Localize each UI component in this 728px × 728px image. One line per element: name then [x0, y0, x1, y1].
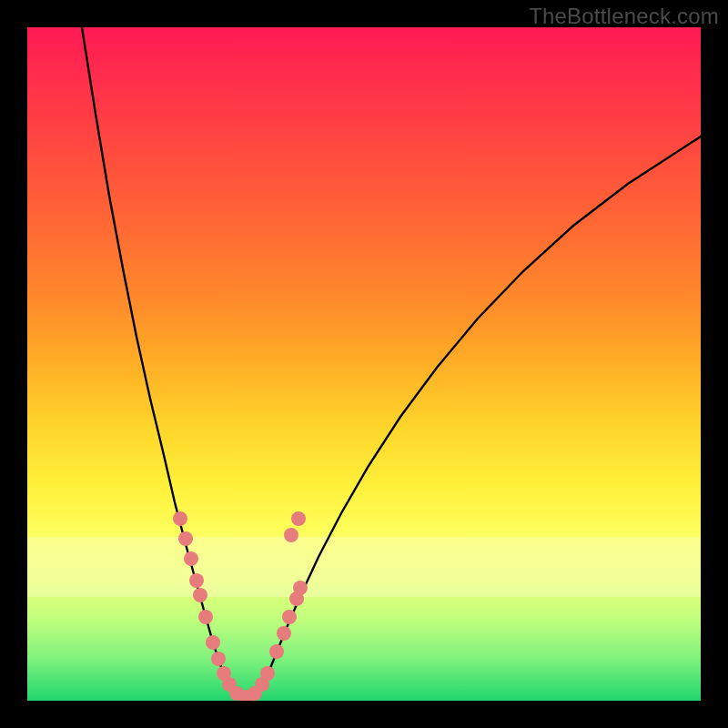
- highlight-dot: [260, 666, 275, 681]
- plot-area: [27, 27, 701, 701]
- highlight-dot: [291, 511, 306, 526]
- highlight-dot: [282, 610, 297, 624]
- highlight-dot: [206, 635, 220, 650]
- highlight-dot: [173, 511, 187, 526]
- highlight-dot: [293, 581, 308, 595]
- watermark-text: TheBottleneck.com: [529, 4, 719, 29]
- highlight-dot: [184, 551, 198, 566]
- highlight-dots-group: [173, 511, 308, 701]
- chart-frame: TheBottleneck.com: [0, 0, 728, 728]
- highlight-dot: [277, 626, 291, 641]
- curve-right-branch: [259, 136, 701, 692]
- highlight-dot: [211, 652, 226, 666]
- highlight-dot: [178, 531, 193, 546]
- highlight-dot: [269, 644, 284, 659]
- highlight-dot: [193, 588, 207, 602]
- highlight-dot: [284, 528, 298, 542]
- highlight-dot: [189, 573, 204, 588]
- chart-svg: [27, 27, 701, 701]
- highlight-dot: [198, 610, 213, 624]
- curve-left-branch: [82, 27, 232, 692]
